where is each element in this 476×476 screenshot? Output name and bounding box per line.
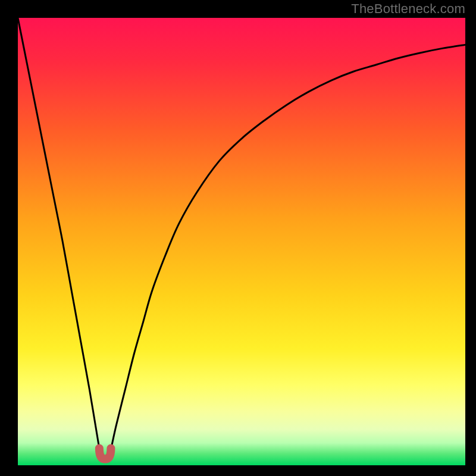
plot-svg [18, 18, 465, 465]
chart-frame: TheBottleneck.com [0, 0, 476, 476]
plot-area [18, 18, 465, 465]
gradient-background [18, 18, 465, 465]
watermark-text: TheBottleneck.com [351, 1, 465, 17]
